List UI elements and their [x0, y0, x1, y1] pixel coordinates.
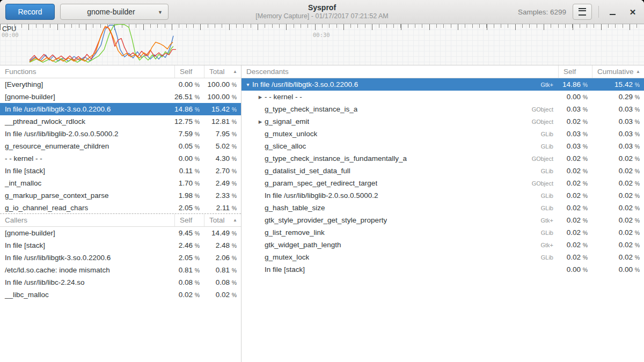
main-area: Functions Self Total▲ [Everything]0.00 %… — [0, 65, 644, 362]
tree-row[interactable]: g_slice_allocGLib0.03 %0.03 % — [241, 140, 644, 152]
function-name: - - kernel - - — [0, 154, 174, 162]
self-percent: 0.02 % — [558, 241, 592, 249]
tree-row[interactable]: g_type_check_instance_is_aGObject0.03 %0… — [241, 103, 644, 115]
percent-sign: % — [583, 180, 588, 187]
tree-row[interactable]: g_mutex_lockGLib0.02 %0.02 % — [241, 251, 644, 263]
percent-sign: % — [232, 168, 237, 174]
function-name: [gnome-builder] — [0, 93, 174, 101]
percent-sign: % — [232, 279, 237, 286]
tree-row[interactable]: g_datalist_id_set_data_fullGLib0.02 %0.0… — [241, 165, 644, 177]
tree-row[interactable]: gtk_style_provider_get_style_propertyGtk… — [241, 214, 644, 226]
self-percent: 0.03 % — [558, 105, 592, 113]
cumulative-percent: 0.03 % — [592, 117, 644, 125]
table-row[interactable]: /etc/ld.so.cache: inode mismatch0.81 %0.… — [0, 264, 241, 276]
table-row[interactable]: In file /usr/lib/libc-2.24.so0.08 %0.08 … — [0, 276, 241, 289]
column-header-self[interactable]: Self — [174, 214, 204, 226]
percent-sign: % — [583, 242, 588, 248]
self-percent: 9.45 % — [174, 229, 204, 237]
tree-row[interactable]: gtk_widget_path_lengthGtk+0.02 %0.02 % — [241, 239, 644, 251]
percent-sign: % — [583, 119, 588, 125]
column-header-callers[interactable]: Callers — [0, 214, 174, 226]
tree-row[interactable]: g_list_remove_linkGLib0.02 %0.02 % — [241, 226, 644, 239]
table-row[interactable]: In file [stack]2.46 %2.48 % — [0, 239, 241, 252]
percent-sign: % — [232, 230, 237, 237]
function-name: In file [stack] — [0, 241, 174, 249]
percent-sign: % — [232, 267, 237, 274]
library-tag: GLib — [541, 254, 558, 261]
tree-row[interactable]: g_type_check_instance_is_fundamentally_a… — [241, 152, 644, 165]
total-percent: 2.11 % — [204, 204, 241, 212]
total-percent: 2.33 % — [204, 191, 241, 200]
percent-sign: % — [635, 217, 640, 224]
percent-sign: % — [583, 168, 588, 174]
total-percent: 14.49 % — [204, 229, 241, 237]
function-name: g_type_check_instance_is_fundamentally_a — [265, 154, 407, 162]
table-row[interactable]: - - kernel - -0.00 %4.30 % — [0, 152, 241, 165]
tree-row-content: ▶- - kernel - - — [241, 93, 558, 101]
tree-row[interactable]: g_param_spec_get_redirect_targetGObject0… — [241, 177, 644, 189]
tree-row[interactable]: ▶- - kernel - -0.00 %0.29 % — [241, 91, 644, 103]
table-row[interactable]: In file /usr/lib/libglib-2.0.so.0.5000.2… — [0, 128, 241, 140]
percent-sign: % — [195, 230, 200, 237]
expander-collapsed-icon[interactable]: ▶ — [256, 94, 265, 100]
table-row[interactable]: In file [stack]0.11 %2.70 % — [0, 165, 241, 177]
expander-collapsed-icon[interactable]: ▶ — [256, 119, 265, 124]
record-button[interactable]: Record — [5, 4, 55, 20]
table-row[interactable]: g_io_channel_read_chars2.05 %2.11 % — [0, 202, 241, 214]
cumulative-percent: 15.42 % — [592, 80, 644, 88]
expander-expanded-icon[interactable]: ▼ — [244, 82, 252, 87]
column-header-descendants[interactable]: Descendants — [241, 65, 558, 78]
process-selector-dropdown[interactable]: gnome-builder ▼ — [60, 4, 169, 20]
table-row[interactable]: __pthread_rwlock_rdlock12.75 %12.81 % — [0, 115, 241, 128]
tree-row[interactable]: In file [stack]0.00 %0.00 % — [241, 263, 644, 276]
menu-button[interactable] — [573, 4, 592, 20]
percent-sign: % — [195, 106, 200, 113]
titlebar-separator — [598, 6, 599, 18]
cpu-usage-chart — [0, 24, 644, 65]
function-name: g_signal_emit — [265, 117, 309, 125]
library-tag: GObject — [532, 119, 558, 125]
total-percent: 2.48 % — [204, 241, 241, 249]
minimize-button[interactable] — [605, 5, 619, 19]
close-button[interactable]: ✕ — [626, 5, 640, 19]
self-percent: 14.86 % — [558, 80, 592, 88]
left-panel: Functions Self Total▲ [Everything]0.00 %… — [0, 65, 241, 362]
table-row[interactable]: _int_malloc1.70 %2.49 % — [0, 177, 241, 189]
self-percent: 2.05 % — [174, 204, 204, 212]
tree-row[interactable]: ▶g_signal_emitGObject0.02 %0.03 % — [241, 115, 644, 128]
self-percent: 0.02 % — [558, 191, 592, 200]
sort-ascending-icon: ▲ — [233, 69, 237, 74]
table-row[interactable]: __libc_malloc0.02 %0.02 % — [0, 289, 241, 301]
percent-sign: % — [195, 180, 200, 187]
percent-sign: % — [635, 156, 640, 162]
table-row[interactable]: g_markup_parse_context_parse1.98 %2.33 % — [0, 189, 241, 202]
tree-row[interactable]: g_mutex_unlockGLib0.03 %0.03 % — [241, 128, 644, 140]
table-row[interactable]: In file /usr/lib/libgtk-3.so.0.2200.62.0… — [0, 252, 241, 264]
table-row[interactable]: [gnome-builder]9.45 %14.49 % — [0, 227, 241, 239]
cpu-graph[interactable]: CPU 00:00 00:30 — [0, 24, 644, 65]
self-percent: 0.02 % — [558, 228, 592, 237]
column-header-self[interactable]: Self — [558, 65, 592, 78]
function-name: g_resource_enumerate_children — [0, 142, 174, 150]
tree-row[interactable]: g_hash_table_sizeGLib0.02 %0.02 % — [241, 202, 644, 214]
column-header-functions[interactable]: Functions — [0, 65, 174, 78]
tree-row[interactable]: In file /usr/lib/libglib-2.0.so.0.5000.2… — [241, 189, 644, 202]
table-row[interactable]: g_resource_enumerate_children0.05 %5.02 … — [0, 140, 241, 152]
descendants-table-header: Descendants Self Cumulative▲ — [241, 65, 644, 78]
column-header-self[interactable]: Self — [174, 65, 204, 78]
percent-sign: % — [232, 119, 237, 125]
table-row[interactable]: In file /usr/lib/libgtk-3.so.0.2200.614.… — [0, 103, 241, 115]
percent-sign: % — [635, 119, 640, 125]
column-header-total[interactable]: Total▲ — [204, 65, 241, 78]
table-row[interactable]: [gnome-builder]26.51 %100.00 % — [0, 91, 241, 103]
percent-sign: % — [195, 143, 200, 150]
table-row[interactable]: [Everything]0.00 %100.00 % — [0, 78, 241, 91]
percent-sign: % — [635, 242, 640, 248]
self-percent: 0.02 % — [174, 291, 204, 299]
self-percent: 0.02 % — [558, 154, 592, 162]
column-header-total[interactable]: Total▲ — [204, 214, 241, 226]
column-header-cumulative[interactable]: Cumulative▲ — [592, 65, 644, 78]
process-selector-label: gnome-builder — [67, 8, 155, 16]
tree-row-content: In file [stack] — [241, 265, 558, 274]
tree-row[interactable]: ▼In file /usr/lib/libgtk-3.so.0.2200.6Gt… — [241, 78, 644, 91]
